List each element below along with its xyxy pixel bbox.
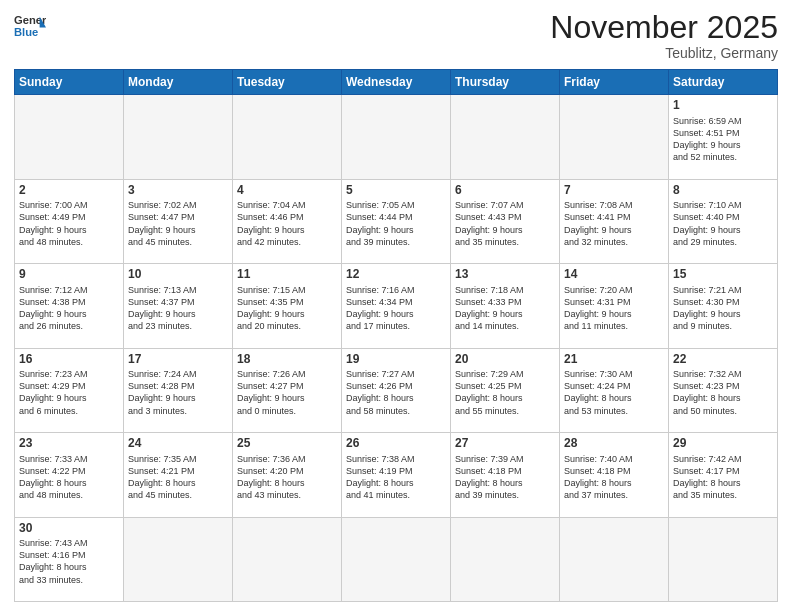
- day-info: Sunrise: 7:43 AM Sunset: 4:16 PM Dayligh…: [19, 537, 119, 586]
- day-info: Sunrise: 7:08 AM Sunset: 4:41 PM Dayligh…: [564, 199, 664, 248]
- calendar-cell: [342, 95, 451, 179]
- calendar-cell: [560, 95, 669, 179]
- calendar-cell: 25Sunrise: 7:36 AM Sunset: 4:20 PM Dayli…: [233, 433, 342, 517]
- calendar-cell: 26Sunrise: 7:38 AM Sunset: 4:19 PM Dayli…: [342, 433, 451, 517]
- calendar-cell: 5Sunrise: 7:05 AM Sunset: 4:44 PM Daylig…: [342, 179, 451, 263]
- day-info: Sunrise: 7:05 AM Sunset: 4:44 PM Dayligh…: [346, 199, 446, 248]
- calendar-header-row: SundayMondayTuesdayWednesdayThursdayFrid…: [15, 70, 778, 95]
- day-info: Sunrise: 7:21 AM Sunset: 4:30 PM Dayligh…: [673, 284, 773, 333]
- calendar-cell: [342, 517, 451, 601]
- calendar-cell: 2Sunrise: 7:00 AM Sunset: 4:49 PM Daylig…: [15, 179, 124, 263]
- calendar-row-0: 1Sunrise: 6:59 AM Sunset: 4:51 PM Daylig…: [15, 95, 778, 179]
- day-header-friday: Friday: [560, 70, 669, 95]
- day-info: Sunrise: 7:39 AM Sunset: 4:18 PM Dayligh…: [455, 453, 555, 502]
- day-number: 8: [673, 183, 773, 199]
- day-info: Sunrise: 7:27 AM Sunset: 4:26 PM Dayligh…: [346, 368, 446, 417]
- calendar-row-2: 9Sunrise: 7:12 AM Sunset: 4:38 PM Daylig…: [15, 264, 778, 348]
- calendar-cell: 11Sunrise: 7:15 AM Sunset: 4:35 PM Dayli…: [233, 264, 342, 348]
- day-header-saturday: Saturday: [669, 70, 778, 95]
- calendar-cell: 9Sunrise: 7:12 AM Sunset: 4:38 PM Daylig…: [15, 264, 124, 348]
- day-info: Sunrise: 7:33 AM Sunset: 4:22 PM Dayligh…: [19, 453, 119, 502]
- calendar-cell: [560, 517, 669, 601]
- day-info: Sunrise: 7:29 AM Sunset: 4:25 PM Dayligh…: [455, 368, 555, 417]
- day-info: Sunrise: 7:13 AM Sunset: 4:37 PM Dayligh…: [128, 284, 228, 333]
- calendar-cell: [669, 517, 778, 601]
- calendar-cell: 13Sunrise: 7:18 AM Sunset: 4:33 PM Dayli…: [451, 264, 560, 348]
- day-info: Sunrise: 7:30 AM Sunset: 4:24 PM Dayligh…: [564, 368, 664, 417]
- day-header-thursday: Thursday: [451, 70, 560, 95]
- day-info: Sunrise: 7:35 AM Sunset: 4:21 PM Dayligh…: [128, 453, 228, 502]
- calendar-cell: 4Sunrise: 7:04 AM Sunset: 4:46 PM Daylig…: [233, 179, 342, 263]
- day-info: Sunrise: 7:36 AM Sunset: 4:20 PM Dayligh…: [237, 453, 337, 502]
- day-number: 25: [237, 436, 337, 452]
- day-info: Sunrise: 7:32 AM Sunset: 4:23 PM Dayligh…: [673, 368, 773, 417]
- day-info: Sunrise: 7:38 AM Sunset: 4:19 PM Dayligh…: [346, 453, 446, 502]
- day-number: 11: [237, 267, 337, 283]
- day-number: 23: [19, 436, 119, 452]
- calendar-cell: [124, 95, 233, 179]
- day-number: 13: [455, 267, 555, 283]
- calendar-table: SundayMondayTuesdayWednesdayThursdayFrid…: [14, 69, 778, 602]
- day-info: Sunrise: 7:23 AM Sunset: 4:29 PM Dayligh…: [19, 368, 119, 417]
- day-info: Sunrise: 7:42 AM Sunset: 4:17 PM Dayligh…: [673, 453, 773, 502]
- day-info: Sunrise: 6:59 AM Sunset: 4:51 PM Dayligh…: [673, 115, 773, 164]
- day-number: 29: [673, 436, 773, 452]
- day-info: Sunrise: 7:02 AM Sunset: 4:47 PM Dayligh…: [128, 199, 228, 248]
- calendar-cell: 1Sunrise: 6:59 AM Sunset: 4:51 PM Daylig…: [669, 95, 778, 179]
- day-number: 14: [564, 267, 664, 283]
- logo: General Blue: [14, 10, 46, 42]
- day-number: 2: [19, 183, 119, 199]
- calendar-cell: 16Sunrise: 7:23 AM Sunset: 4:29 PM Dayli…: [15, 348, 124, 432]
- calendar-cell: 12Sunrise: 7:16 AM Sunset: 4:34 PM Dayli…: [342, 264, 451, 348]
- calendar-cell: [233, 95, 342, 179]
- calendar-cell: 24Sunrise: 7:35 AM Sunset: 4:21 PM Dayli…: [124, 433, 233, 517]
- calendar-cell: 14Sunrise: 7:20 AM Sunset: 4:31 PM Dayli…: [560, 264, 669, 348]
- svg-text:Blue: Blue: [14, 26, 38, 38]
- calendar-cell: 18Sunrise: 7:26 AM Sunset: 4:27 PM Dayli…: [233, 348, 342, 432]
- calendar-row-5: 30Sunrise: 7:43 AM Sunset: 4:16 PM Dayli…: [15, 517, 778, 601]
- calendar-cell: 30Sunrise: 7:43 AM Sunset: 4:16 PM Dayli…: [15, 517, 124, 601]
- calendar-cell: 23Sunrise: 7:33 AM Sunset: 4:22 PM Dayli…: [15, 433, 124, 517]
- calendar-row-3: 16Sunrise: 7:23 AM Sunset: 4:29 PM Dayli…: [15, 348, 778, 432]
- calendar-row-4: 23Sunrise: 7:33 AM Sunset: 4:22 PM Dayli…: [15, 433, 778, 517]
- calendar-cell: [15, 95, 124, 179]
- calendar-cell: [233, 517, 342, 601]
- day-number: 12: [346, 267, 446, 283]
- day-number: 1: [673, 98, 773, 114]
- day-number: 22: [673, 352, 773, 368]
- day-info: Sunrise: 7:12 AM Sunset: 4:38 PM Dayligh…: [19, 284, 119, 333]
- calendar-cell: 28Sunrise: 7:40 AM Sunset: 4:18 PM Dayli…: [560, 433, 669, 517]
- calendar-cell: 29Sunrise: 7:42 AM Sunset: 4:17 PM Dayli…: [669, 433, 778, 517]
- day-header-monday: Monday: [124, 70, 233, 95]
- calendar-cell: 10Sunrise: 7:13 AM Sunset: 4:37 PM Dayli…: [124, 264, 233, 348]
- calendar-cell: 19Sunrise: 7:27 AM Sunset: 4:26 PM Dayli…: [342, 348, 451, 432]
- calendar-cell: [451, 95, 560, 179]
- day-header-wednesday: Wednesday: [342, 70, 451, 95]
- day-info: Sunrise: 7:24 AM Sunset: 4:28 PM Dayligh…: [128, 368, 228, 417]
- calendar-cell: 22Sunrise: 7:32 AM Sunset: 4:23 PM Dayli…: [669, 348, 778, 432]
- day-number: 19: [346, 352, 446, 368]
- day-number: 4: [237, 183, 337, 199]
- calendar-cell: 17Sunrise: 7:24 AM Sunset: 4:28 PM Dayli…: [124, 348, 233, 432]
- day-number: 5: [346, 183, 446, 199]
- day-number: 17: [128, 352, 228, 368]
- day-info: Sunrise: 7:04 AM Sunset: 4:46 PM Dayligh…: [237, 199, 337, 248]
- day-info: Sunrise: 7:07 AM Sunset: 4:43 PM Dayligh…: [455, 199, 555, 248]
- day-info: Sunrise: 7:00 AM Sunset: 4:49 PM Dayligh…: [19, 199, 119, 248]
- day-number: 26: [346, 436, 446, 452]
- day-number: 3: [128, 183, 228, 199]
- day-info: Sunrise: 7:10 AM Sunset: 4:40 PM Dayligh…: [673, 199, 773, 248]
- day-number: 16: [19, 352, 119, 368]
- day-header-sunday: Sunday: [15, 70, 124, 95]
- day-number: 30: [19, 521, 119, 537]
- day-number: 28: [564, 436, 664, 452]
- calendar-cell: 21Sunrise: 7:30 AM Sunset: 4:24 PM Dayli…: [560, 348, 669, 432]
- day-number: 24: [128, 436, 228, 452]
- calendar-cell: 6Sunrise: 7:07 AM Sunset: 4:43 PM Daylig…: [451, 179, 560, 263]
- header: General Blue November 2025 Teublitz, Ger…: [14, 10, 778, 61]
- day-info: Sunrise: 7:18 AM Sunset: 4:33 PM Dayligh…: [455, 284, 555, 333]
- calendar-cell: 27Sunrise: 7:39 AM Sunset: 4:18 PM Dayli…: [451, 433, 560, 517]
- logo-icon: General Blue: [14, 10, 46, 42]
- day-number: 18: [237, 352, 337, 368]
- calendar-row-1: 2Sunrise: 7:00 AM Sunset: 4:49 PM Daylig…: [15, 179, 778, 263]
